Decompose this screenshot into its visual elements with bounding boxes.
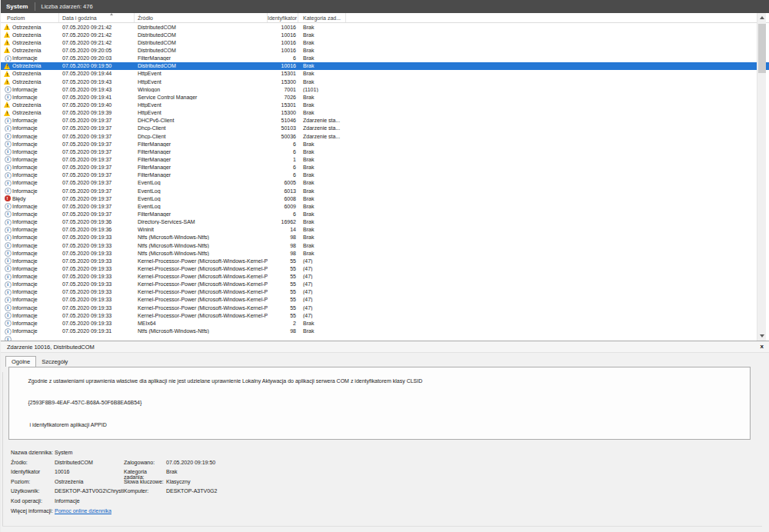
event-id: 55 <box>268 305 298 311</box>
event-task-category: Brak <box>298 165 346 170</box>
event-row[interactable]: Informacje 07.05.2020 09:19:37 EventLog … <box>1 202 769 210</box>
tab-general[interactable]: Ogólne <box>5 356 36 367</box>
event-row[interactable]: Informacje 07.05.2020 09:19:33 MEIx64 2 … <box>1 319 769 327</box>
event-row[interactable]: Informacje 07.05.2020 09:19:37 FilterMan… <box>1 140 769 148</box>
event-row[interactable]: Informacje 07.05.2020 09:19:33 Kernel-Pr… <box>1 311 769 319</box>
event-source: Kernel-Processor-Power (Microsoft-Window… <box>135 266 268 271</box>
event-row[interactable] <box>1 335 769 341</box>
level-icon <box>4 328 11 334</box>
event-task-category: Brak <box>298 141 346 147</box>
event-row[interactable]: Informacje 07.05.2020 09:19:33 Kernel-Pr… <box>1 281 769 288</box>
event-row[interactable]: Informacje 07.05.2020 09:19:37 Dhcp-Clie… <box>1 125 769 132</box>
column-header-event-id[interactable]: Identyfikator ... <box>268 13 298 22</box>
column-header-task-category[interactable]: Kategoria zad... <box>298 13 346 22</box>
event-source: HttpEvent <box>135 110 268 115</box>
vertical-scrollbar[interactable] <box>757 13 766 341</box>
event-source: DHCPv6-Client <box>135 118 268 123</box>
event-row[interactable]: Ostrzeżenia 07.05.2020 09:19:39 HttpEven… <box>1 109 769 117</box>
event-source: FilterManager <box>135 149 268 155</box>
event-source: DistributedCOM <box>135 25 268 30</box>
event-row[interactable]: Informacje 07.05.2020 09:19:33 Kernel-Pr… <box>1 264 769 272</box>
help-online-link[interactable]: Pomoc online dziennika <box>55 508 112 518</box>
event-task-category: Brak <box>298 149 346 155</box>
level-label: Informacje <box>12 172 38 178</box>
event-row[interactable]: Informacje 07.05.2020 09:19:31 Ntfs (Mic… <box>1 327 769 334</box>
event-row[interactable]: Ostrzeżenia 07.05.2020 09:21:42 Distribu… <box>1 31 769 38</box>
event-row[interactable]: Informacje 07.05.2020 09:19:33 Ntfs (Mic… <box>1 241 769 249</box>
event-row[interactable]: Informacje 07.05.2020 09:19:37 FilterMan… <box>1 155 769 163</box>
event-id: 1 <box>268 157 298 162</box>
preview-title: Zdarzenie 10016, DistributedCOM <box>7 344 95 351</box>
event-datetime: 07.05.2020 09:19:33 <box>59 266 135 271</box>
event-row[interactable]: Błędy 07.05.2020 09:19:37 EventLog 6008 … <box>1 195 769 202</box>
event-task-category: Brak <box>298 63 346 68</box>
level-label: Informacje <box>12 165 38 170</box>
tab-details[interactable]: Szczegóły <box>36 357 73 367</box>
event-row[interactable]: Informacje 07.05.2020 09:19:33 Kernel-Pr… <box>1 257 769 264</box>
event-row[interactable]: Informacje 07.05.2020 09:19:37 Dhcp-Clie… <box>1 132 769 140</box>
event-id: 10016 <box>268 63 298 68</box>
column-header-datetime[interactable]: Data i godzina <box>59 13 135 22</box>
event-source: FilterManager <box>135 172 268 178</box>
event-row[interactable]: Informacje 07.05.2020 09:19:33 Kernel-Pr… <box>1 288 769 296</box>
event-datetime: 07.05.2020 09:19:33 <box>59 243 135 248</box>
event-row[interactable]: Informacje 07.05.2020 09:19:36 Wininit 1… <box>1 226 769 234</box>
event-row[interactable]: Ostrzeżenia 07.05.2020 09:19:50 Distribu… <box>1 62 769 70</box>
scrollbar-thumb[interactable] <box>758 24 766 73</box>
event-row[interactable]: Ostrzeżenia 07.05.2020 09:19:43 HttpEven… <box>1 78 769 85</box>
event-row[interactable]: Informacje 07.05.2020 09:19:41 Service C… <box>1 93 769 101</box>
event-row[interactable]: Informacje 07.05.2020 09:19:33 Kernel-Pr… <box>1 304 769 311</box>
level-label: Informacje <box>12 157 38 162</box>
event-row[interactable]: Informacje 07.05.2020 09:19:37 EventLog … <box>1 179 769 187</box>
event-row[interactable]: Informacje 07.05.2020 09:19:33 Kernel-Pr… <box>1 296 769 304</box>
level-label: Informacje <box>12 211 38 217</box>
detail-value: Ostrzeżenia <box>55 479 124 489</box>
event-id: 7026 <box>268 95 298 100</box>
event-id: 55 <box>268 274 298 279</box>
level-label: Informacje <box>12 234 38 240</box>
event-row[interactable]: Informacje 07.05.2020 09:19:37 FilterMan… <box>1 148 769 155</box>
event-datetime: 07.05.2020 09:19:31 <box>59 328 135 334</box>
event-row[interactable]: Ostrzeżenia 07.05.2020 09:21:42 Distribu… <box>1 38 769 46</box>
detail-label: Poziom: <box>11 479 55 489</box>
event-row[interactable]: Informacje 07.05.2020 09:19:33 Kernel-Pr… <box>1 273 769 281</box>
event-row[interactable]: Informacje 07.05.2020 09:19:36 Directory… <box>1 218 769 226</box>
level-icon <box>4 24 11 31</box>
event-task-category: (47) <box>298 258 346 264</box>
event-source: HttpEvent <box>135 79 268 85</box>
level-label: Informacje <box>12 281 38 287</box>
event-datetime: 07.05.2020 09:19:37 <box>59 196 135 201</box>
column-header-level[interactable]: Poziom <box>1 13 59 22</box>
event-row[interactable]: Ostrzeżenia 07.05.2020 09:21:42 Distribu… <box>1 23 769 31</box>
column-header-source[interactable]: Źródło <box>135 13 268 22</box>
detail-label: Użytkownik: <box>11 488 55 498</box>
event-row[interactable]: Informacje 07.05.2020 09:20:03 FilterMan… <box>1 55 769 62</box>
event-row[interactable]: Ostrzeżenia 07.05.2020 09:19:40 HttpEven… <box>1 101 769 108</box>
scroll-down-icon[interactable] <box>757 331 767 341</box>
event-row[interactable]: Ostrzeżenia 07.05.2020 09:19:44 HttpEven… <box>1 70 769 78</box>
event-row[interactable]: Informacje 07.05.2020 09:19:37 FilterMan… <box>1 210 769 218</box>
event-datetime: 07.05.2020 09:19:40 <box>59 102 135 108</box>
sort-ascending-icon <box>110 13 113 15</box>
event-row[interactable]: Informacje 07.05.2020 09:19:37 EventLog … <box>1 187 769 195</box>
scroll-up-icon[interactable] <box>757 13 767 22</box>
event-row[interactable]: Informacje 07.05.2020 09:19:37 FilterMan… <box>1 164 769 171</box>
detail-label-2 <box>124 498 166 508</box>
event-id: 15300 <box>268 79 298 85</box>
detail-label-2 <box>124 450 166 460</box>
event-row[interactable]: Informacje 07.05.2020 09:19:33 Ntfs (Mic… <box>1 234 769 241</box>
event-datetime: 07.05.2020 09:21:42 <box>59 25 135 30</box>
event-task-category: Brak <box>298 172 346 178</box>
level-label: Błędy <box>12 196 26 201</box>
event-row[interactable]: Informacje 07.05.2020 09:19:37 FilterMan… <box>1 171 769 179</box>
event-task-category: (47) <box>298 313 346 318</box>
event-row[interactable]: Informacje 07.05.2020 09:19:37 DHCPv6-Cl… <box>1 117 769 125</box>
event-row[interactable]: Ostrzeżenia 07.05.2020 09:20:05 Distribu… <box>1 46 769 54</box>
results-header-bar: System Liczba zdarzeń: 476 <box>1 0 769 13</box>
description-text: Zgodnie z ustawieniami uprawnienia właśc… <box>28 378 422 384</box>
event-row[interactable]: Informacje 07.05.2020 09:19:43 Winlogon … <box>1 85 769 93</box>
event-row[interactable]: Informacje 07.05.2020 09:19:33 Ntfs (Mic… <box>1 249 769 257</box>
close-icon[interactable]: x <box>761 343 764 350</box>
description-line: i identyfikatorem aplikacji APPID <box>13 414 746 436</box>
event-source: FilterManager <box>135 165 268 170</box>
